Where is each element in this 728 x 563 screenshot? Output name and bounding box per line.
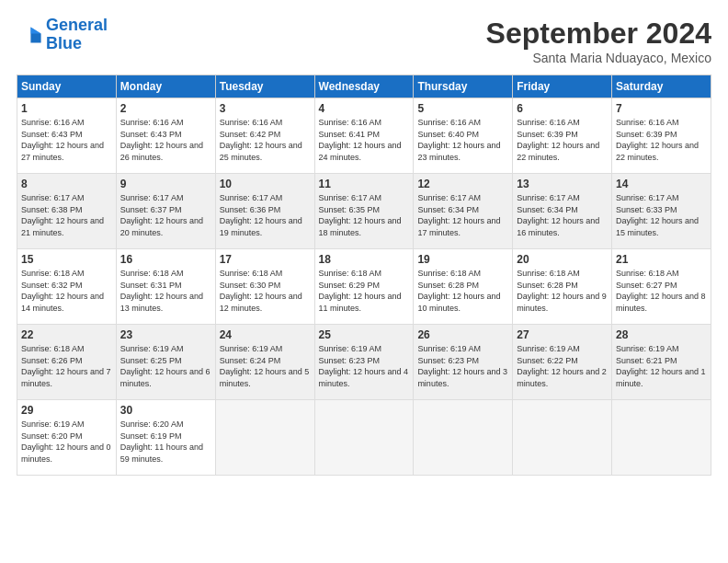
day-number: 23 [120,328,211,341]
cell-info: Sunrise: 6:19 AMSunset: 6:25 PMDaylight:… [120,344,210,388]
page: General Blue September 2024 Santa Maria … [0,0,728,563]
cell-info: Sunrise: 6:19 AMSunset: 6:24 PMDaylight:… [220,344,310,388]
header: General Blue September 2024 Santa Maria … [17,17,711,65]
cell-info: Sunrise: 6:19 AMSunset: 6:20 PMDaylight:… [21,419,111,464]
table-row [215,400,314,476]
day-number: 15 [21,253,112,266]
table-row [612,400,711,476]
day-number: 19 [417,253,508,266]
col-monday: Monday [116,75,215,98]
cell-info: Sunrise: 6:18 AMSunset: 6:27 PMDaylight:… [616,269,706,313]
table-row: 12Sunrise: 6:17 AMSunset: 6:34 PMDayligh… [414,174,513,249]
day-number: 10 [220,178,311,190]
day-number: 17 [220,253,311,266]
day-number: 26 [417,328,508,341]
table-row: 3Sunrise: 6:16 AMSunset: 6:42 PMDaylight… [215,98,314,174]
month-title: September 2024 [486,17,711,51]
table-row: 2Sunrise: 6:16 AMSunset: 6:43 PMDaylight… [116,98,215,174]
cell-info: Sunrise: 6:17 AMSunset: 6:34 PMDaylight:… [517,193,599,237]
day-number: 13 [517,178,608,190]
cell-info: Sunrise: 6:18 AMSunset: 6:28 PMDaylight:… [417,269,500,313]
svg-marker-1 [30,27,40,33]
calendar-header-row: Sunday Monday Tuesday Wednesday Thursday… [17,75,711,98]
table-row [314,400,414,476]
table-row: 26Sunrise: 6:19 AMSunset: 6:23 PMDayligh… [414,325,513,400]
calendar-week-row: 8Sunrise: 6:17 AMSunset: 6:38 PMDaylight… [17,174,711,249]
table-row: 25Sunrise: 6:19 AMSunset: 6:23 PMDayligh… [314,325,414,400]
day-number: 7 [616,102,707,115]
calendar-week-row: 29Sunrise: 6:19 AMSunset: 6:20 PMDayligh… [17,400,711,476]
logo-icon [17,22,42,48]
cell-info: Sunrise: 6:16 AMSunset: 6:41 PMDaylight:… [319,118,402,162]
table-row: 19Sunrise: 6:18 AMSunset: 6:28 PMDayligh… [414,249,513,325]
table-row: 20Sunrise: 6:18 AMSunset: 6:28 PMDayligh… [513,249,612,325]
cell-info: Sunrise: 6:17 AMSunset: 6:38 PMDaylight:… [21,193,104,237]
calendar-week-row: 15Sunrise: 6:18 AMSunset: 6:32 PMDayligh… [17,249,711,325]
day-number: 5 [417,102,508,115]
table-row: 18Sunrise: 6:18 AMSunset: 6:29 PMDayligh… [314,249,414,325]
cell-info: Sunrise: 6:18 AMSunset: 6:29 PMDaylight:… [319,269,402,313]
table-row: 22Sunrise: 6:18 AMSunset: 6:26 PMDayligh… [17,325,117,400]
day-number: 22 [21,328,112,341]
table-row: 24Sunrise: 6:19 AMSunset: 6:24 PMDayligh… [215,325,314,400]
table-row: 8Sunrise: 6:17 AMSunset: 6:38 PMDaylight… [17,174,117,249]
cell-info: Sunrise: 6:18 AMSunset: 6:31 PMDaylight:… [120,269,203,313]
day-number: 29 [21,404,112,417]
table-row: 4Sunrise: 6:16 AMSunset: 6:41 PMDaylight… [314,98,414,174]
table-row: 10Sunrise: 6:17 AMSunset: 6:36 PMDayligh… [215,174,314,249]
cell-info: Sunrise: 6:16 AMSunset: 6:43 PMDaylight:… [120,118,203,162]
day-number: 4 [319,102,410,115]
calendar-week-row: 1Sunrise: 6:16 AMSunset: 6:43 PMDaylight… [17,98,711,174]
table-row: 16Sunrise: 6:18 AMSunset: 6:31 PMDayligh… [116,249,215,325]
cell-info: Sunrise: 6:17 AMSunset: 6:35 PMDaylight:… [319,193,402,237]
table-row: 1Sunrise: 6:16 AMSunset: 6:43 PMDaylight… [17,98,117,174]
day-number: 25 [319,328,410,341]
table-row: 15Sunrise: 6:18 AMSunset: 6:32 PMDayligh… [17,249,117,325]
day-number: 3 [220,102,311,115]
table-row: 28Sunrise: 6:19 AMSunset: 6:21 PMDayligh… [612,325,711,400]
day-number: 2 [120,102,211,115]
table-row: 11Sunrise: 6:17 AMSunset: 6:35 PMDayligh… [314,174,414,249]
calendar-week-row: 22Sunrise: 6:18 AMSunset: 6:26 PMDayligh… [17,325,711,400]
cell-info: Sunrise: 6:16 AMSunset: 6:42 PMDaylight:… [220,118,302,162]
table-row: 21Sunrise: 6:18 AMSunset: 6:27 PMDayligh… [612,249,711,325]
cell-info: Sunrise: 6:17 AMSunset: 6:37 PMDaylight:… [120,193,203,237]
cell-info: Sunrise: 6:16 AMSunset: 6:39 PMDaylight:… [517,118,599,162]
cell-info: Sunrise: 6:19 AMSunset: 6:23 PMDaylight:… [319,344,409,388]
cell-info: Sunrise: 6:18 AMSunset: 6:30 PMDaylight:… [220,269,302,313]
table-row [414,400,513,476]
table-row: 6Sunrise: 6:16 AMSunset: 6:39 PMDaylight… [513,98,612,174]
location-subtitle: Santa Maria Nduayaco, Mexico [486,51,711,65]
cell-info: Sunrise: 6:19 AMSunset: 6:22 PMDaylight:… [517,344,607,388]
day-number: 6 [517,102,608,115]
logo: General Blue [17,17,108,53]
cell-info: Sunrise: 6:18 AMSunset: 6:28 PMDaylight:… [517,269,607,313]
table-row: 5Sunrise: 6:16 AMSunset: 6:40 PMDaylight… [414,98,513,174]
day-number: 9 [120,178,211,190]
table-row: 9Sunrise: 6:17 AMSunset: 6:37 PMDaylight… [116,174,215,249]
day-number: 18 [319,253,410,266]
logo-line2: Blue [46,35,108,53]
day-number: 12 [417,178,508,190]
cell-info: Sunrise: 6:16 AMSunset: 6:43 PMDaylight:… [21,118,104,162]
cell-info: Sunrise: 6:16 AMSunset: 6:39 PMDaylight:… [616,118,699,162]
cell-info: Sunrise: 6:17 AMSunset: 6:36 PMDaylight:… [220,193,302,237]
table-row: 14Sunrise: 6:17 AMSunset: 6:33 PMDayligh… [612,174,711,249]
day-number: 16 [120,253,211,266]
cell-info: Sunrise: 6:16 AMSunset: 6:40 PMDaylight:… [417,118,500,162]
cell-info: Sunrise: 6:17 AMSunset: 6:34 PMDaylight:… [417,193,500,237]
day-number: 28 [616,328,707,341]
day-number: 30 [120,404,211,417]
table-row: 13Sunrise: 6:17 AMSunset: 6:34 PMDayligh… [513,174,612,249]
table-row: 29Sunrise: 6:19 AMSunset: 6:20 PMDayligh… [17,400,117,476]
table-row: 17Sunrise: 6:18 AMSunset: 6:30 PMDayligh… [215,249,314,325]
col-saturday: Saturday [612,75,711,98]
day-number: 21 [616,253,707,266]
cell-info: Sunrise: 6:20 AMSunset: 6:19 PMDaylight:… [120,419,203,464]
day-number: 27 [517,328,608,341]
title-area: September 2024 Santa Maria Nduayaco, Mex… [486,17,711,65]
cell-info: Sunrise: 6:19 AMSunset: 6:21 PMDaylight:… [616,344,706,388]
col-friday: Friday [513,75,612,98]
cell-info: Sunrise: 6:17 AMSunset: 6:33 PMDaylight:… [616,193,699,237]
cell-info: Sunrise: 6:18 AMSunset: 6:26 PMDaylight:… [21,344,111,388]
